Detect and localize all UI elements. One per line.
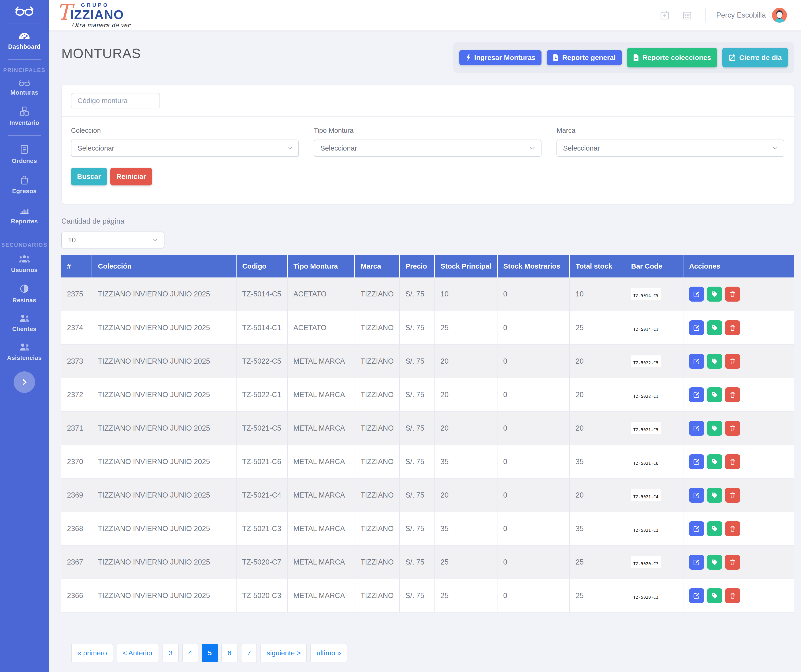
pagination-first[interactable]: « primero — [71, 644, 113, 662]
delete-button[interactable] — [725, 488, 740, 503]
calendar-plus-icon[interactable] — [659, 10, 670, 20]
delete-button[interactable] — [725, 521, 740, 536]
reporte-colecciones-button[interactable]: Reporte colecciones — [627, 48, 717, 68]
pagination-page-5-active[interactable]: 5 — [202, 644, 218, 662]
barcode-text: TZ-5020-C7 — [633, 561, 658, 566]
cell-marca: TIZZIANO — [355, 579, 400, 612]
delete-button[interactable] — [725, 421, 740, 436]
tag-button[interactable] — [707, 421, 722, 436]
per-page-label: Cantidad de página — [61, 217, 794, 225]
cell-codigo: TZ-5014-C5 — [236, 278, 288, 311]
delete-button[interactable] — [725, 387, 740, 402]
delete-button[interactable] — [725, 454, 740, 469]
cell-actions — [683, 478, 794, 512]
cell-barcode: TZ-5021-C5 — [625, 412, 683, 445]
pagination-page-6[interactable]: 6 — [221, 644, 238, 662]
coleccion-select[interactable]: Seleccionar — [71, 140, 299, 157]
sidebar-item-usuarios[interactable]: Usuarios — [0, 249, 49, 279]
reiniciar-button[interactable]: Reiniciar — [110, 168, 152, 185]
cell-stock-principal: 20 — [435, 478, 497, 512]
tag-button[interactable] — [707, 555, 722, 570]
tipo-montura-label: Tipo Montura — [314, 127, 542, 134]
table-row: 2372 TIZZIANO INVIERNO JUNIO 2025 TZ-502… — [61, 378, 794, 412]
edit-button[interactable] — [689, 320, 704, 335]
edit-button[interactable] — [689, 454, 704, 469]
edit-button[interactable] — [689, 488, 704, 503]
delete-button[interactable] — [725, 286, 740, 302]
cell-total-stock: 25 — [569, 579, 625, 612]
per-page-select[interactable]: 10 — [61, 232, 164, 248]
edit-button[interactable] — [689, 555, 704, 570]
sidebar-item-inventario[interactable]: Inventario — [0, 101, 49, 132]
sidebar-item-monturas[interactable]: Monturas — [0, 75, 49, 101]
cell-total-stock: 10 — [569, 278, 625, 311]
pagination-prev[interactable]: < Anterior — [117, 644, 159, 662]
column-header: Colección — [92, 255, 236, 278]
tag-button[interactable] — [707, 488, 722, 503]
sidebar-collapse-button[interactable] — [14, 371, 35, 393]
cell-marca: TIZZIANO — [355, 278, 400, 311]
button-label: Reporte colecciones — [642, 54, 711, 61]
cell-id: 2375 — [61, 278, 92, 311]
user-name[interactable]: Percy Escobilla — [716, 11, 766, 19]
pagination-last[interactable]: ultimo » — [310, 644, 347, 662]
reporte-general-button[interactable]: Reporte general — [547, 50, 622, 65]
cell-tipo: METAL MARCA — [288, 579, 355, 612]
cell-marca: TIZZIANO — [355, 344, 400, 378]
pagination-page-7[interactable]: 7 — [241, 644, 257, 662]
edit-button[interactable] — [689, 354, 704, 369]
tipo-montura-select[interactable]: Seleccionar — [314, 140, 542, 157]
tag-button[interactable] — [707, 588, 722, 603]
sidebar-item-resinas[interactable]: Resinas — [0, 279, 49, 309]
marca-select[interactable]: Seleccionar — [557, 140, 784, 157]
tag-button[interactable] — [707, 387, 722, 402]
calendar-grid-icon[interactable] — [682, 10, 692, 20]
ingresar-monturas-button[interactable]: Ingresar Monturas — [459, 50, 542, 65]
divider — [8, 135, 41, 136]
cell-stock-mostrarios: 0 — [497, 378, 569, 412]
sidebar-item-ordenes[interactable]: Ordenes — [0, 140, 49, 170]
button-label: Ingresar Monturas — [474, 54, 536, 61]
journal-icon — [19, 144, 29, 154]
cell-codigo: TZ-5021-C4 — [236, 478, 288, 512]
edit-button[interactable] — [689, 286, 704, 302]
table-row: 2367 TIZZIANO INVIERNO JUNIO 2025 TZ-502… — [61, 545, 794, 579]
pagination-page-4[interactable]: 4 — [182, 644, 198, 662]
tag-button[interactable] — [707, 320, 722, 335]
cierre-dia-button[interactable]: Cierre de día — [722, 48, 788, 68]
barcode-text: TZ-5021-C6 — [633, 461, 658, 466]
sidebar-item-asistencias[interactable]: Asistencias — [0, 338, 49, 367]
pagination-next[interactable]: siguiente > — [261, 644, 307, 662]
delete-button[interactable] — [725, 588, 740, 603]
delete-button[interactable] — [725, 555, 740, 570]
cell-actions — [683, 512, 794, 545]
edit-button[interactable] — [689, 521, 704, 536]
cell-precio: S/. 75 — [400, 478, 435, 512]
buscar-button[interactable]: Buscar — [71, 168, 107, 185]
avatar[interactable] — [772, 8, 787, 23]
edit-button[interactable] — [689, 387, 704, 402]
content: MONTURAS Ingresar Monturas Repor — [49, 31, 801, 672]
circle-half-icon — [19, 283, 29, 294]
delete-button[interactable] — [725, 354, 740, 369]
tag-button[interactable] — [707, 354, 722, 369]
codigo-montura-input[interactable] — [71, 93, 160, 108]
cell-stock-mostrarios: 0 — [497, 412, 569, 445]
monturas-table: # Colección Codigo Tipo Montura Marca Pr… — [61, 255, 794, 613]
edit-button[interactable] — [689, 588, 704, 603]
column-header: Bar Code — [625, 255, 683, 278]
tag-button[interactable] — [707, 454, 722, 469]
sidebar-item-reportes[interactable]: Reportes — [0, 200, 49, 230]
cell-marca: TIZZIANO — [355, 445, 400, 478]
edit-button[interactable] — [689, 421, 704, 436]
tag-button[interactable] — [707, 286, 722, 302]
pagination-page-3[interactable]: 3 — [162, 644, 179, 662]
sidebar-item-egresos[interactable]: Egresos — [0, 170, 49, 200]
cell-codigo: TZ-5021-C6 — [236, 445, 288, 478]
tag-button[interactable] — [707, 521, 722, 536]
delete-button[interactable] — [725, 320, 740, 335]
sidebar-item-clientes[interactable]: Clientes — [0, 309, 49, 338]
sidebar-item-dashboard[interactable]: Dashboard — [0, 27, 49, 56]
cell-total-stock: 20 — [569, 412, 625, 445]
cell-stock-principal: 35 — [435, 512, 497, 545]
